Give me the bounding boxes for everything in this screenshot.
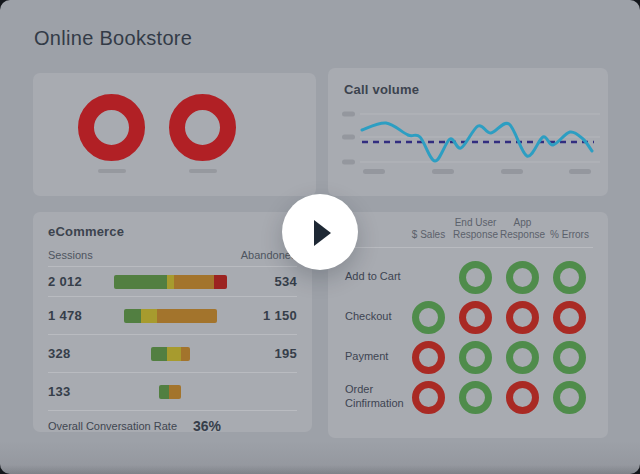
kpi-donut xyxy=(169,94,236,161)
play-button[interactable] xyxy=(282,194,358,270)
status-ring-red xyxy=(506,381,539,414)
column-header-errors: % Errors xyxy=(546,229,593,241)
column-header-end-user-response: End User Response xyxy=(452,217,499,241)
status-ring-green xyxy=(553,381,586,414)
overall-rate-label: Overall Conversation Rate xyxy=(48,420,177,432)
ecommerce-panel: eCommerce Sessions Abandoned 2 0125341 4… xyxy=(33,212,312,432)
matrix-cell xyxy=(405,381,452,414)
bar-segment-yellow xyxy=(141,309,157,323)
status-ring-red xyxy=(506,301,539,334)
stacked-bar xyxy=(114,275,227,289)
abandoned-value: 195 xyxy=(247,346,297,361)
status-ring-green xyxy=(506,261,539,294)
matrix-cell xyxy=(546,381,593,414)
donut-caption-placeholder xyxy=(98,169,126,173)
matrix-row: Order Cinfirmation xyxy=(345,377,593,417)
matrix-cell xyxy=(405,301,452,334)
x-axis-placeholder-dash xyxy=(363,169,385,174)
status-ring-green xyxy=(459,261,492,294)
bar-zone xyxy=(93,309,247,323)
status-ring-red xyxy=(459,301,492,334)
status-ring-green xyxy=(506,341,539,374)
matrix-row: Add to Cart xyxy=(345,257,593,297)
status-ring-red xyxy=(412,381,445,414)
sessions-value: 1 478 xyxy=(48,308,93,323)
ecommerce-row: 1 4781 150 xyxy=(48,297,297,335)
matrix-cell xyxy=(452,301,499,334)
column-header-sales: $ Sales xyxy=(405,229,452,241)
bar-segment-yellow xyxy=(167,347,181,361)
matrix-row-label: Order Cinfirmation xyxy=(345,383,405,411)
dashboard-video-thumbnail: Online Bookstore Call volume eCommerce S… xyxy=(0,0,640,474)
status-ring-green xyxy=(459,341,492,374)
matrix-cell xyxy=(452,381,499,414)
matrix-rows: Add to CartCheckoutPaymentOrder Cinfirma… xyxy=(345,257,593,417)
x-axis-placeholder-dash xyxy=(501,169,523,174)
matrix-cell xyxy=(546,341,593,374)
matrix-row-label: Add to Cart xyxy=(345,270,405,284)
status-ring-green xyxy=(459,381,492,414)
call-volume-panel: Call volume xyxy=(328,68,608,196)
y-axis-placeholder-dash xyxy=(342,160,355,165)
matrix-cell xyxy=(546,301,593,334)
status-ring-red xyxy=(412,341,445,374)
bar-zone xyxy=(93,347,247,361)
matrix-cell xyxy=(546,261,593,294)
status-ring-green xyxy=(553,341,586,374)
ecommerce-title: eCommerce xyxy=(48,224,297,239)
play-icon xyxy=(314,220,331,246)
bar-zone xyxy=(93,385,247,399)
matrix-row: Payment xyxy=(345,337,593,377)
stacked-bar xyxy=(124,309,217,323)
overall-rate-value: 36% xyxy=(193,418,221,434)
ecommerce-row: 2 012534 xyxy=(48,267,297,297)
call-volume-title: Call volume xyxy=(344,82,419,97)
bar-segment-orange xyxy=(181,347,190,361)
matrix-cell xyxy=(499,381,546,414)
bar-segment-green xyxy=(124,309,141,323)
bar-segment-red xyxy=(214,275,227,289)
status-ring-green xyxy=(412,301,445,334)
matrix-cell xyxy=(405,341,452,374)
abandoned-value: 534 xyxy=(247,274,297,289)
bar-segment-orange xyxy=(157,309,217,323)
matrix-row-label: Checkout xyxy=(345,310,405,324)
page-title: Online Bookstore xyxy=(34,27,192,50)
sessions-value: 328 xyxy=(48,346,93,361)
ecommerce-row: 133 xyxy=(48,373,297,411)
y-axis-placeholder-dash xyxy=(342,112,355,117)
stacked-bar xyxy=(151,347,190,361)
matrix-cell xyxy=(499,301,546,334)
kpi-donut xyxy=(78,94,145,161)
bar-segment-yellow xyxy=(167,275,174,289)
bar-segment-green xyxy=(114,275,167,289)
bar-zone xyxy=(93,275,247,289)
matrix-row: Checkout xyxy=(345,297,593,337)
x-axis-placeholder-dash xyxy=(432,169,454,174)
matrix-row-label: Payment xyxy=(345,350,405,364)
bar-segment-green xyxy=(159,385,169,399)
abandoned-value: 1 150 xyxy=(247,308,297,323)
y-axis-placeholder-dash xyxy=(342,135,355,140)
matrix-cell xyxy=(452,341,499,374)
bar-segment-green xyxy=(151,347,167,361)
bar-segment-orange xyxy=(169,385,181,399)
status-ring-green xyxy=(553,261,586,294)
sessions-column-header: Sessions xyxy=(48,249,93,261)
matrix-cell xyxy=(452,261,499,294)
bar-segment-orange xyxy=(174,275,214,289)
status-ring-red xyxy=(553,301,586,334)
kpi-donuts-panel xyxy=(33,73,316,196)
x-axis-placeholder-dash xyxy=(569,169,591,174)
status-matrix-panel: $ Sales End User Response App Response %… xyxy=(328,212,608,438)
matrix-header-row: $ Sales End User Response App Response %… xyxy=(345,212,593,248)
sessions-value: 2 012 xyxy=(48,274,93,289)
ecommerce-header-row: Sessions Abandoned xyxy=(48,245,297,267)
ecommerce-rows: 2 0125341 4781 150328195133 xyxy=(48,267,297,411)
matrix-cell xyxy=(499,261,546,294)
overall-rate-row: Overall Conversation Rate 36% xyxy=(48,411,297,434)
ecommerce-row: 328195 xyxy=(48,335,297,373)
stacked-bar xyxy=(159,385,181,399)
column-header-app-response: App Response xyxy=(499,217,546,241)
sessions-value: 133 xyxy=(48,384,93,399)
